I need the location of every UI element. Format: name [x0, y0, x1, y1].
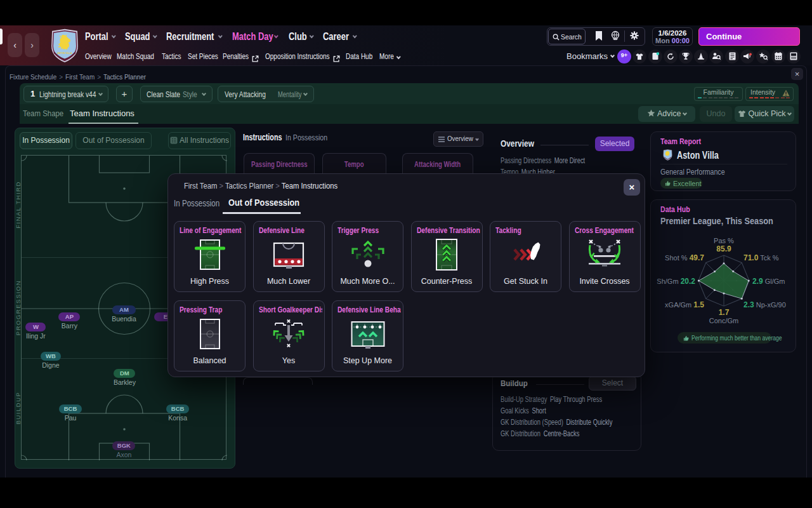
- svg-text:ASTON VILLA: ASTON VILLA: [58, 52, 72, 55]
